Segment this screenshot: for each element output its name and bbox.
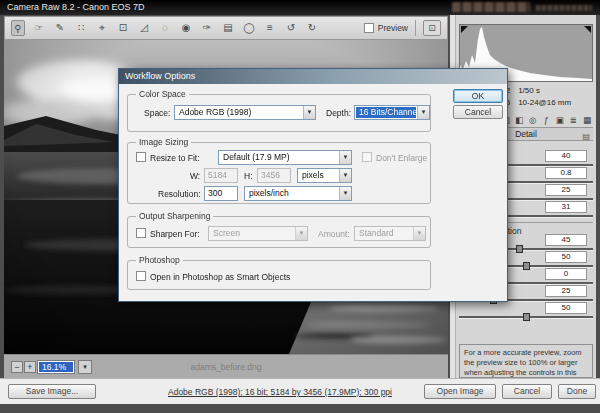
height-label: H:: [244, 171, 253, 181]
amount-dropdown[interactable]: Standard ▼: [354, 226, 426, 241]
preview-label: Preview: [378, 23, 408, 33]
tab-presets[interactable]: ≣: [567, 115, 579, 125]
fullscreen-toggle-button[interactable]: ⊡: [423, 20, 441, 36]
resize-preset-dropdown[interactable]: Default (17.9 MP) ▼: [218, 150, 352, 165]
tab-effects[interactable]: ƒ: [540, 115, 552, 125]
dialog-titlebar[interactable]: Workflow Options: [119, 69, 507, 84]
workflow-options-link[interactable]: Adobe RGB (1998); 16 bit; 5184 by 3456 (…: [140, 387, 420, 397]
save-image-button[interactable]: Save Image...: [8, 384, 96, 399]
chevron-down-icon: ▼: [295, 227, 307, 240]
dialog-ok-button[interactable]: OK: [453, 89, 503, 103]
resolution-unit-dropdown[interactable]: pixels/inch ▼: [244, 186, 352, 201]
dont-enlarge-label: Don't Enlarge: [376, 153, 427, 163]
zoom-tool-icon[interactable]: ⚲: [11, 20, 25, 36]
status-strip: − + 16.1% ▾ adams_before.dng: [4, 354, 448, 378]
detail-panel-title: Detail: [515, 129, 537, 139]
chevron-down-icon: ▼: [339, 151, 351, 164]
shadow-clipping-icon[interactable]: [461, 26, 468, 33]
sharpen-masking-value[interactable]: 31: [545, 201, 587, 213]
camera-raw-window: Camera Raw 8.2 - Canon EOS 7D ⚲ ☞ ✎ ∷ ⌖ …: [0, 0, 600, 413]
adjustment-brush-tool-icon[interactable]: ✑: [200, 20, 214, 36]
output-sharpening-group: Output Sharpening Sharpen For: Screen ▼ …: [127, 216, 431, 248]
crop-tool-icon[interactable]: ⊡: [116, 20, 130, 36]
panel-menu-icon[interactable]: ▤: [582, 130, 590, 143]
radial-filter-tool-icon[interactable]: ◯: [242, 20, 256, 36]
nr-color-detail-slider[interactable]: [459, 316, 593, 319]
watermark: [452, 2, 592, 13]
chevron-down-icon: ▼: [417, 106, 429, 119]
toolbar: ⚲ ☞ ✎ ∷ ⌖ ⊡ ◿ ◌ ◉ ✑ ▤ ◯ ≡ ↺ ↻ Preview ⊡: [4, 16, 448, 40]
graduated-filter-tool-icon[interactable]: ▤: [221, 20, 235, 36]
output-sharpening-legend: Output Sharpening: [136, 211, 213, 221]
nr-luminance-detail-value[interactable]: 50: [545, 251, 587, 263]
nr-luminance-contrast-value[interactable]: 0: [545, 268, 587, 280]
done-button[interactable]: Done: [558, 384, 596, 399]
resize-to-fit-label: Resize to Fit:: [150, 153, 200, 163]
color-sampler-tool-icon[interactable]: ∷: [74, 20, 88, 36]
sharpen-for-label: Sharpen For:: [150, 229, 200, 239]
size-unit-dropdown[interactable]: pixels ▼: [297, 168, 352, 183]
file-name: adams_before.dng: [4, 362, 448, 372]
window-titlebar: Camera Raw 8.2 - Canon EOS 7D: [0, 0, 600, 15]
targeted-adjustment-tool-icon[interactable]: ⌖: [95, 20, 109, 36]
space-dropdown[interactable]: Adobe RGB (1998) ▼: [174, 105, 316, 120]
preferences-icon[interactable]: ≡: [263, 20, 277, 36]
nr-color-value[interactable]: 25: [545, 285, 587, 297]
tab-split-toning[interactable]: ◧: [513, 115, 525, 125]
workflow-options-dialog: Workflow Options Color Space Space: Adob…: [118, 68, 508, 302]
width-field[interactable]: 5184: [204, 168, 238, 183]
photoshop-group: Photoshop Open in Photoshop as Smart Obj…: [127, 260, 431, 290]
sharpen-amount-value[interactable]: 40: [545, 150, 587, 162]
chevron-down-icon: ▼: [339, 187, 351, 200]
dialog-cancel-button[interactable]: Cancel: [453, 105, 503, 119]
sharpen-for-checkbox[interactable]: [136, 228, 146, 238]
slider-thumb[interactable]: [523, 262, 530, 270]
spot-removal-tool-icon[interactable]: ◌: [158, 20, 172, 36]
amount-label: Amount:: [318, 229, 350, 239]
nr-luminance-value[interactable]: 45: [545, 234, 587, 246]
shutter-value: 1/50 s: [518, 85, 571, 97]
height-field[interactable]: 3456: [257, 168, 291, 183]
color-space-legend: Color Space: [136, 89, 189, 99]
nr-color-detail-value[interactable]: 50: [545, 302, 587, 314]
smart-objects-label: Open in Photoshop as Smart Objects: [150, 272, 290, 282]
dont-enlarge-checkbox[interactable]: [362, 152, 372, 162]
space-label: Space:: [144, 108, 170, 118]
sharpen-for-dropdown[interactable]: Screen ▼: [208, 226, 308, 241]
open-image-button[interactable]: Open Image: [424, 384, 496, 399]
white-balance-tool-icon[interactable]: ✎: [53, 20, 67, 36]
image-sizing-legend: Image Sizing: [136, 137, 191, 147]
cancel-button[interactable]: Cancel: [502, 384, 552, 399]
tab-snapshots[interactable]: ▦: [581, 115, 593, 125]
dialog-title: Workflow Options: [125, 71, 195, 81]
red-eye-tool-icon[interactable]: ◉: [179, 20, 193, 36]
preview-checkbox[interactable]: [364, 23, 374, 33]
color-space-group: Color Space Space: Adobe RGB (1998) ▼ De…: [127, 94, 431, 132]
sharpen-detail-value[interactable]: 25: [545, 184, 587, 196]
chevron-down-icon: ▼: [413, 227, 425, 240]
rotate-left-icon[interactable]: ↺: [284, 20, 298, 36]
preview-note: For a more accurate preview, zoom the pr…: [459, 344, 593, 378]
straighten-tool-icon[interactable]: ◿: [137, 20, 151, 36]
resolution-field[interactable]: 300: [204, 186, 238, 201]
chevron-down-icon: ▼: [303, 106, 315, 119]
resize-to-fit-checkbox[interactable]: [136, 152, 146, 162]
tab-lens-corrections[interactable]: ◎: [527, 115, 539, 125]
highlight-clipping-icon[interactable]: [584, 26, 591, 33]
smart-objects-checkbox[interactable]: [136, 271, 146, 281]
slider-thumb[interactable]: [523, 313, 530, 321]
image-sizing-group: Image Sizing Resize to Fit: Default (17.…: [127, 142, 431, 204]
depth-label: Depth:: [326, 108, 351, 118]
resolution-label: Resolution:: [158, 189, 201, 199]
lens-value: 10-24@16 mm: [518, 97, 571, 109]
depth-dropdown[interactable]: 16 Bits/Channel ▼: [354, 105, 430, 120]
tab-camera-calibration[interactable]: ▣: [554, 115, 566, 125]
photoshop-legend: Photoshop: [136, 255, 183, 265]
bottom-bar: Save Image... Adobe RGB (1998); 16 bit; …: [0, 378, 600, 404]
slider-thumb[interactable]: [516, 245, 523, 253]
chevron-down-icon: ▼: [339, 169, 351, 182]
rotate-right-icon[interactable]: ↻: [305, 20, 319, 36]
width-label: W:: [190, 171, 200, 181]
hand-tool-icon[interactable]: ☞: [32, 20, 46, 36]
sharpen-radius-value[interactable]: 0.8: [545, 167, 587, 179]
